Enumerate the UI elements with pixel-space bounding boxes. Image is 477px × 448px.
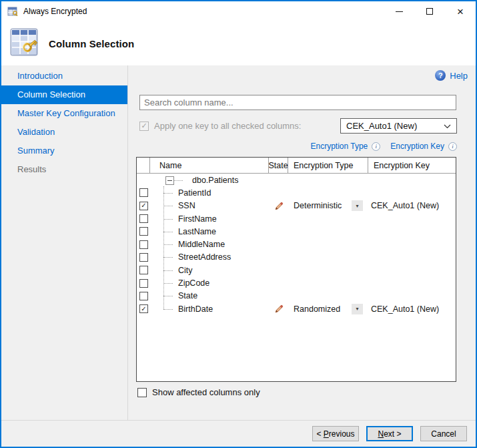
column-header-links: Encryption Type i Encryption Key i — [310, 142, 457, 151]
row-checkbox[interactable] — [139, 266, 148, 274]
row-checkbox[interactable]: ✓ — [139, 202, 148, 210]
column-name: MiddleName — [178, 240, 225, 249]
maximize-button[interactable] — [414, 1, 445, 21]
table-row: LastName — [137, 225, 456, 238]
wizard-header: Column Selection — [1, 21, 476, 65]
help-link[interactable]: ? Help — [435, 70, 468, 81]
column-name: State — [178, 291, 197, 300]
table-row: ✓SSNDeterministic▾CEK_Auto1 (New) — [137, 200, 456, 212]
apply-key-row: ✓ Apply one key to all checked columns: — [139, 118, 301, 134]
row-checkbox[interactable] — [139, 292, 148, 300]
table-row: City — [137, 264, 456, 276]
pencil-icon — [275, 202, 284, 210]
row-checkbox[interactable] — [139, 279, 148, 288]
table-body: dbo.PatientsPatientId✓SSNDeterministic▾C… — [137, 174, 456, 315]
encryption-type-value: Randomized — [294, 304, 340, 314]
table-row: MiddleName — [137, 238, 456, 250]
table-group-row: dbo.Patients — [137, 174, 456, 186]
column-name: City — [178, 266, 193, 275]
sidebar-item-summary[interactable]: Summary — [1, 142, 127, 160]
apply-key-checkbox[interactable]: ✓ — [139, 122, 149, 131]
content-panel: ? Help ✓ Apply one key to all checked co… — [128, 65, 476, 420]
sidebar-item-introduction[interactable]: Introduction — [1, 67, 127, 85]
footer-bar: < Previous Next > Cancel — [1, 420, 476, 447]
close-icon: × — [457, 6, 464, 17]
table-row: StreetAddress — [137, 251, 456, 264]
title-bar: Always Encrypted × — [1, 1, 476, 21]
sidebar-item-master-key-configuration[interactable]: Master Key Configuration — [1, 104, 127, 123]
close-button[interactable]: × — [445, 1, 476, 21]
cek-dropdown-value: CEK_Auto1 (New) — [346, 121, 417, 131]
show-affected-row: Show affected columns only — [137, 387, 260, 397]
table-row: ZipCode — [137, 276, 456, 289]
encryption-type-link[interactable]: Encryption Type — [310, 142, 368, 151]
row-checkbox[interactable] — [139, 227, 148, 236]
table-row: PatientId — [137, 186, 456, 199]
encryption-key-value: CEK_Auto1 (New) — [371, 201, 439, 210]
row-checkbox[interactable] — [139, 253, 148, 262]
encryption-type-dropdown[interactable]: ▾ — [352, 200, 363, 211]
row-checkbox[interactable] — [139, 214, 148, 223]
cek-dropdown[interactable]: CEK_Auto1 (New) — [340, 118, 457, 134]
show-affected-label: Show affected columns only — [152, 387, 260, 397]
header-checkbox-column — [137, 158, 150, 173]
search-input[interactable] — [139, 95, 456, 110]
header-encryption-key: Encryption Key — [368, 158, 456, 173]
help-label: Help — [450, 71, 468, 81]
tree-collapse-icon[interactable] — [165, 176, 174, 185]
column-name: BirthDate — [178, 304, 213, 314]
maximize-icon — [426, 8, 433, 15]
app-icon — [7, 7, 19, 17]
table-key-icon — [9, 27, 39, 59]
encryption-type-value: Deterministic — [294, 201, 342, 210]
column-name: LastName — [178, 227, 216, 236]
window-title: Always Encrypted — [23, 7, 87, 16]
previous-button[interactable]: < Previous — [312, 426, 359, 441]
sidebar-item-validation[interactable]: Validation — [1, 123, 127, 142]
column-name: PatientId — [178, 188, 211, 198]
column-name: StreetAddress — [178, 252, 231, 262]
header-state: State — [269, 158, 288, 173]
group-label: dbo.Patients — [192, 176, 239, 185]
column-name: SSN — [178, 201, 195, 210]
table-row: ✓BirthDateRandomized▾CEK_Auto1 (New) — [137, 302, 456, 315]
row-checkbox[interactable] — [139, 240, 148, 249]
always-encrypted-wizard-window: Always Encrypted × — [0, 0, 477, 448]
table-header: Name State Encryption Type Encryption Ke… — [137, 158, 456, 174]
row-checkbox[interactable] — [139, 188, 148, 197]
row-checkbox[interactable]: ✓ — [139, 304, 148, 313]
pencil-icon — [275, 304, 284, 313]
wizard-steps: IntroductionColumn SelectionMaster Key C… — [1, 65, 128, 420]
cancel-button[interactable]: Cancel — [420, 426, 467, 441]
column-name: ZipCode — [178, 278, 209, 288]
minimize-icon — [396, 11, 403, 12]
minimize-button[interactable] — [384, 1, 414, 21]
column-name: FirstName — [178, 214, 217, 224]
table-row: FirstName — [137, 212, 456, 225]
header-name: Name — [150, 158, 269, 173]
encryption-key-link[interactable]: Encryption Key — [390, 142, 444, 151]
window-controls: × — [384, 1, 476, 21]
chevron-down-icon — [444, 121, 451, 131]
encryption-key-value: CEK_Auto1 (New) — [371, 304, 439, 314]
sidebar-item-column-selection[interactable]: Column Selection — [1, 85, 127, 104]
sidebar-item-results[interactable]: Results — [1, 160, 127, 179]
table-row: State — [137, 290, 456, 302]
encryption-type-dropdown[interactable]: ▾ — [352, 304, 363, 314]
encryption-type-info-icon[interactable]: i — [372, 142, 380, 151]
main-area: IntroductionColumn SelectionMaster Key C… — [1, 65, 476, 420]
show-affected-checkbox[interactable] — [137, 388, 147, 397]
apply-key-label: Apply one key to all checked columns: — [154, 121, 301, 131]
help-icon: ? — [435, 70, 446, 81]
page-title: Column Selection — [49, 38, 134, 49]
next-button[interactable]: Next > — [366, 426, 413, 441]
header-encryption-type: Encryption Type — [288, 158, 368, 173]
columns-table: Name State Encryption Type Encryption Ke… — [136, 157, 456, 382]
encryption-key-info-icon[interactable]: i — [448, 142, 457, 151]
